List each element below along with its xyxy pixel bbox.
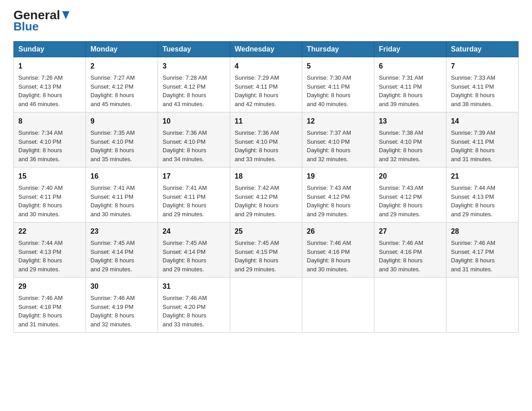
calendar-cell [446,278,519,333]
day-info: Sunrise: 7:28 AMSunset: 4:12 PMDaylight:… [163,73,225,108]
day-info: Sunrise: 7:45 AMSunset: 4:14 PMDaylight:… [90,239,153,274]
header-wednesday: Wednesday [230,42,302,57]
calendar-cell: 7Sunrise: 7:33 AMSunset: 4:11 PMDaylight… [446,57,519,112]
day-info: Sunrise: 7:46 AMSunset: 4:18 PMDaylight:… [18,294,81,329]
day-number: 27 [379,226,442,237]
day-number: 12 [307,116,369,127]
calendar-week-row: 29Sunrise: 7:46 AMSunset: 4:18 PMDayligh… [14,278,519,333]
day-number: 29 [18,281,81,292]
day-number: 11 [235,116,297,127]
calendar-cell: 21Sunrise: 7:44 AMSunset: 4:13 PMDayligh… [446,167,519,223]
calendar-header-row: SundayMondayTuesdayWednesdayThursdayFrid… [14,42,519,57]
day-number: 2 [90,61,153,72]
calendar-cell: 8Sunrise: 7:34 AMSunset: 4:10 PMDaylight… [14,112,86,167]
calendar-cell [374,278,446,333]
day-info: Sunrise: 7:46 AMSunset: 4:16 PMDaylight:… [307,239,369,274]
logo-arrow-icon [61,10,70,20]
day-info: Sunrise: 7:31 AMSunset: 4:11 PMDaylight:… [379,73,442,108]
calendar-cell: 5Sunrise: 7:30 AMSunset: 4:11 PMDaylight… [302,57,374,112]
header-tuesday: Tuesday [158,42,230,57]
calendar-cell: 12Sunrise: 7:37 AMSunset: 4:10 PMDayligh… [302,112,374,167]
day-number: 10 [163,116,225,127]
calendar-cell: 6Sunrise: 7:31 AMSunset: 4:11 PMDaylight… [374,57,446,112]
day-info: Sunrise: 7:29 AMSunset: 4:11 PMDaylight:… [235,73,297,108]
calendar-cell: 24Sunrise: 7:45 AMSunset: 4:14 PMDayligh… [158,223,230,278]
day-info: Sunrise: 7:45 AMSunset: 4:15 PMDaylight:… [235,239,297,274]
day-info: Sunrise: 7:30 AMSunset: 4:11 PMDaylight:… [307,73,369,108]
day-number: 6 [379,61,442,72]
day-info: Sunrise: 7:26 AMSunset: 4:13 PMDaylight:… [18,73,81,108]
calendar-cell [302,278,374,333]
logo: General Blue [13,9,70,32]
calendar-cell: 19Sunrise: 7:43 AMSunset: 4:12 PMDayligh… [302,167,374,223]
header-sunday: Sunday [14,42,86,57]
calendar-cell: 4Sunrise: 7:29 AMSunset: 4:11 PMDaylight… [230,57,302,112]
calendar-week-row: 15Sunrise: 7:40 AMSunset: 4:11 PMDayligh… [14,167,519,223]
calendar-cell: 11Sunrise: 7:36 AMSunset: 4:10 PMDayligh… [230,112,302,167]
calendar-cell: 28Sunrise: 7:46 AMSunset: 4:17 PMDayligh… [446,223,519,278]
day-number: 14 [451,116,514,127]
calendar-cell: 3Sunrise: 7:28 AMSunset: 4:12 PMDaylight… [158,57,230,112]
day-number: 7 [451,61,514,72]
day-number: 15 [18,171,81,182]
day-number: 20 [379,171,442,182]
day-info: Sunrise: 7:36 AMSunset: 4:10 PMDaylight:… [235,128,297,163]
day-number: 5 [307,61,369,72]
day-info: Sunrise: 7:46 AMSunset: 4:17 PMDaylight:… [451,239,514,274]
calendar-cell: 31Sunrise: 7:46 AMSunset: 4:20 PMDayligh… [158,278,230,333]
day-info: Sunrise: 7:46 AMSunset: 4:20 PMDaylight:… [163,294,225,329]
calendar-cell: 30Sunrise: 7:46 AMSunset: 4:19 PMDayligh… [86,278,158,333]
day-number: 13 [379,116,442,127]
day-info: Sunrise: 7:33 AMSunset: 4:11 PMDaylight:… [451,73,514,108]
day-number: 24 [163,226,225,237]
day-info: Sunrise: 7:43 AMSunset: 4:12 PMDaylight:… [307,184,369,218]
day-info: Sunrise: 7:40 AMSunset: 4:11 PMDaylight:… [18,184,81,218]
calendar-cell: 27Sunrise: 7:46 AMSunset: 4:16 PMDayligh… [374,223,446,278]
day-info: Sunrise: 7:44 AMSunset: 4:13 PMDaylight:… [18,239,81,274]
day-info: Sunrise: 7:38 AMSunset: 4:10 PMDaylight:… [379,128,442,163]
calendar-cell [230,278,302,333]
day-number: 17 [163,171,225,182]
day-number: 9 [90,116,153,127]
header-saturday: Saturday [446,42,519,57]
header-monday: Monday [86,42,158,57]
day-number: 25 [235,226,297,237]
day-info: Sunrise: 7:44 AMSunset: 4:13 PMDaylight:… [451,184,514,218]
calendar-cell: 23Sunrise: 7:45 AMSunset: 4:14 PMDayligh… [86,223,158,278]
calendar-cell: 29Sunrise: 7:46 AMSunset: 4:18 PMDayligh… [14,278,86,333]
day-number: 31 [163,281,225,292]
day-info: Sunrise: 7:45 AMSunset: 4:14 PMDaylight:… [163,239,225,274]
day-number: 28 [451,226,514,237]
calendar-cell: 22Sunrise: 7:44 AMSunset: 4:13 PMDayligh… [14,223,86,278]
calendar-week-row: 1Sunrise: 7:26 AMSunset: 4:13 PMDaylight… [14,57,519,112]
calendar-table: SundayMondayTuesdayWednesdayThursdayFrid… [13,41,519,333]
day-info: Sunrise: 7:41 AMSunset: 4:11 PMDaylight:… [163,184,225,218]
calendar-cell: 20Sunrise: 7:43 AMSunset: 4:12 PMDayligh… [374,167,446,223]
day-number: 3 [163,61,225,72]
calendar-cell: 18Sunrise: 7:42 AMSunset: 4:12 PMDayligh… [230,167,302,223]
calendar-cell: 13Sunrise: 7:38 AMSunset: 4:10 PMDayligh… [374,112,446,167]
page-header: General Blue [13,9,519,32]
day-number: 8 [18,116,81,127]
calendar-cell: 14Sunrise: 7:39 AMSunset: 4:11 PMDayligh… [446,112,519,167]
calendar-week-row: 8Sunrise: 7:34 AMSunset: 4:10 PMDaylight… [14,112,519,167]
calendar-cell: 17Sunrise: 7:41 AMSunset: 4:11 PMDayligh… [158,167,230,223]
day-info: Sunrise: 7:36 AMSunset: 4:10 PMDaylight:… [163,128,225,163]
calendar-cell: 9Sunrise: 7:35 AMSunset: 4:10 PMDaylight… [86,112,158,167]
calendar-cell: 16Sunrise: 7:41 AMSunset: 4:11 PMDayligh… [86,167,158,223]
day-number: 1 [18,61,81,72]
day-number: 26 [307,226,369,237]
calendar-cell: 10Sunrise: 7:36 AMSunset: 4:10 PMDayligh… [158,112,230,167]
header-thursday: Thursday [302,42,374,57]
day-info: Sunrise: 7:43 AMSunset: 4:12 PMDaylight:… [379,184,442,218]
day-info: Sunrise: 7:46 AMSunset: 4:16 PMDaylight:… [379,239,442,274]
day-number: 21 [451,171,514,182]
calendar-cell: 2Sunrise: 7:27 AMSunset: 4:12 PMDaylight… [86,57,158,112]
svg-marker-0 [62,11,69,19]
logo-blue-text: Blue [13,21,70,32]
day-info: Sunrise: 7:35 AMSunset: 4:10 PMDaylight:… [90,128,153,163]
calendar-week-row: 22Sunrise: 7:44 AMSunset: 4:13 PMDayligh… [14,223,519,278]
day-number: 23 [90,226,153,237]
day-info: Sunrise: 7:46 AMSunset: 4:19 PMDaylight:… [90,294,153,329]
day-info: Sunrise: 7:27 AMSunset: 4:12 PMDaylight:… [90,73,153,108]
